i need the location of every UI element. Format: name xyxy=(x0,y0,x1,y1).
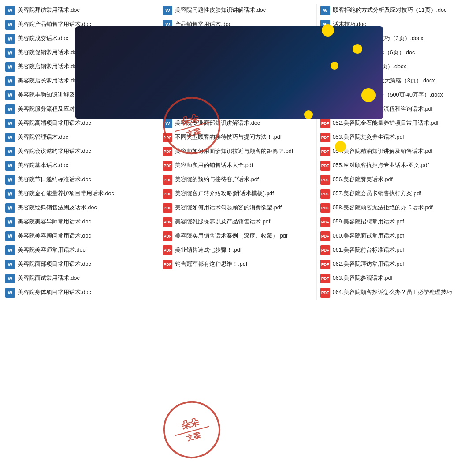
pdf-icon: PDF xyxy=(163,231,172,241)
file-name: 056.美容院赞美话术.pdf xyxy=(333,176,393,184)
list-item[interactable]: PDF美容院如何用话术勾起顾客的消费欲望.pdf xyxy=(159,201,316,215)
banner xyxy=(75,26,383,119)
file-name: 063.美容院参观话术.pdf xyxy=(333,275,393,283)
list-item[interactable]: PDF美容院的预约与接待客户话术.pdf xyxy=(159,173,316,187)
file-name: 058.美容院顾客无法拒绝的办卡话术.pdf xyxy=(333,204,433,212)
word-icon: W xyxy=(5,48,15,58)
list-item[interactable]: PDF销售冠军都有这种思维！.pdf xyxy=(159,257,316,271)
list-item[interactable]: PDF063.美容院参观话术.pdf xyxy=(317,271,474,286)
file-name: 美容院店长常用话术.doc xyxy=(18,77,80,85)
list-item[interactable]: W美容院拜访常用话术.doc xyxy=(2,4,159,18)
file-name: 美容院如何用话术勾起顾客的消费欲望.pdf xyxy=(175,204,282,212)
decorative-dot xyxy=(361,88,376,102)
list-item[interactable]: W美容院经典销售法则及话术.doc xyxy=(2,201,159,215)
file-name: 057.美容院会员卡销售执行方案.pdf xyxy=(333,190,421,198)
list-item[interactable]: W美容院美容导师常用话术.doc xyxy=(2,215,159,229)
list-item[interactable]: PDF059.美容院招聘常用话术.pdf xyxy=(317,215,474,229)
file-name: 美容院店销常用话术.doc xyxy=(18,63,80,71)
list-item[interactable]: PDF058.美容院顾客无法拒绝的办卡话术.pdf xyxy=(317,201,474,215)
word-icon: W xyxy=(5,288,15,298)
pdf-icon: PDF xyxy=(163,260,172,269)
word-icon: W xyxy=(5,119,15,128)
list-item[interactable]: PDF美业销售速成七步骤！.pdf xyxy=(159,243,316,257)
file-name: 052.美容院金石能量养护项目常用话术.pdf xyxy=(333,119,439,127)
word-icon: W xyxy=(163,6,172,15)
file-name: 053.美容院艾灸养生话术.pdf xyxy=(333,134,404,141)
pdf-icon: PDF xyxy=(320,119,330,128)
word-icon: W xyxy=(320,6,330,15)
word-icon: W xyxy=(5,90,15,100)
file-name: 059.美容院招聘常用话术.pdf xyxy=(333,218,404,226)
file-name: 061.美容院前台标准话术.pdf xyxy=(333,246,404,254)
list-item[interactable]: W美容院问题性皮肤知识讲解话术.doc xyxy=(159,4,316,18)
word-icon: W xyxy=(5,104,15,114)
decorative-dot xyxy=(304,110,313,119)
list-item[interactable]: PDF060.美容院面试常用话术.pdf xyxy=(317,229,474,243)
file-name: 顾客拒绝的方式分析及应对技巧（11页）.doc xyxy=(333,7,447,15)
file-name: 美容院实用销售话术案例（深度、收藏）.pdf xyxy=(175,232,287,240)
word-icon: W xyxy=(5,161,15,171)
file-name: 美容院成交话术.doc xyxy=(18,35,68,43)
pdf-icon: PDF xyxy=(320,245,330,255)
file-name: 062.美容院拜访常用话术.pdf xyxy=(333,260,404,268)
decorative-dot xyxy=(322,24,334,37)
pdf-icon: PDF xyxy=(320,189,330,199)
list-item[interactable]: PDF055.应对顾客抗拒点专业话术-图文.pdf xyxy=(317,159,474,173)
list-item[interactable]: W美容院面试常用话术.doc xyxy=(2,271,159,286)
list-item[interactable]: W美容院美容顾问常用话术.doc xyxy=(2,229,159,243)
list-item[interactable]: PDF057.美容院会员卡销售执行方案.pdf xyxy=(317,187,474,201)
list-item[interactable]: PDF056.美容院赞美话术.pdf xyxy=(317,173,474,187)
list-item[interactable]: PDF062.美容院拜访常用话术.pdf xyxy=(317,257,474,271)
pdf-icon: PDF xyxy=(163,175,172,185)
pdf-icon: PDF xyxy=(320,260,330,269)
pdf-icon: PDF xyxy=(320,133,330,142)
file-name: 054.美容院精油知识讲解及销售话术.pdf xyxy=(333,148,433,156)
list-item[interactable]: W美容院美容师常用话术.doc xyxy=(2,243,159,257)
word-icon: W xyxy=(5,62,15,72)
file-name: 美容院管理话术.doc xyxy=(18,134,68,141)
list-item[interactable]: W美容院面部项目常用话术.doc xyxy=(2,257,159,271)
file-name: 美容院客户转介绍攻略(附话术模板).pdf xyxy=(175,190,274,198)
list-item[interactable]: PDF美容院乳腺保养以及产品销售话术.pdf xyxy=(159,215,316,229)
file-name: 美容院会议邀约常用话术.doc xyxy=(18,148,91,156)
pdf-icon: PDF xyxy=(163,147,172,156)
list-item[interactable]: PDF064.美容院顾客投诉怎么办？员工必学处理技巧 xyxy=(317,286,474,300)
file-name: 美容院高端项目常用话术.doc xyxy=(18,119,91,127)
file-name: 060.美容院面试常用话术.pdf xyxy=(333,232,404,240)
word-icon: W xyxy=(5,147,15,156)
decorative-dot xyxy=(335,141,346,152)
pdf-icon: PDF xyxy=(163,245,172,255)
list-item[interactable]: W美容院管理话术.doc xyxy=(2,130,159,145)
pdf-icon: PDF xyxy=(320,288,330,298)
decorative-dot xyxy=(331,62,338,70)
list-item[interactable]: W美容院节日邀约标准话术.doc xyxy=(2,173,159,187)
file-name: 055.应对顾客抗拒点专业话术-图文.pdf xyxy=(333,162,429,170)
list-item[interactable]: W美容院会议邀约常用话术.doc xyxy=(2,145,159,159)
list-item[interactable]: PDF美容师实用的销售话术大全.pdf xyxy=(159,159,316,173)
word-icon: W xyxy=(5,20,15,30)
pdf-icon: PDF xyxy=(320,231,330,241)
file-name: 美容院美容顾问常用话术.doc xyxy=(18,232,91,240)
file-name: 美容院的预约与接待客户话术.pdf xyxy=(175,176,259,184)
file-name: 美容院身体项目常用话术.doc xyxy=(18,289,91,297)
watermark-stamp-2: 朵朵 文案 xyxy=(156,394,227,465)
file-name: 美容院美容师常用话术.doc xyxy=(18,246,86,254)
word-icon: W xyxy=(5,76,15,86)
word-icon: W xyxy=(5,231,15,241)
list-item[interactable]: PDF061.美容院前台标准话术.pdf xyxy=(317,243,474,257)
list-item[interactable]: W美容院金石能量养护项目常用话术.doc xyxy=(2,187,159,201)
list-item[interactable]: W顾客拒绝的方式分析及应对技巧（11页）.doc xyxy=(317,4,474,18)
word-icon: W xyxy=(5,133,15,142)
list-item[interactable]: PDF美容院实用销售话术案例（深度、收藏）.pdf xyxy=(159,229,316,243)
file-name: 美容院金石能量养护项目常用话术.doc xyxy=(18,190,114,198)
pdf-icon: PDF xyxy=(320,217,330,227)
list-item[interactable]: PDF美容院客户转介绍攻略(附话术模板).pdf xyxy=(159,187,316,201)
word-icon: W xyxy=(5,260,15,269)
list-item[interactable]: W美容院基本话术.doc xyxy=(2,159,159,173)
file-name: 美容院促销常用话术.doc xyxy=(18,49,80,57)
word-icon: W xyxy=(5,189,15,199)
pdf-icon: PDF xyxy=(163,161,172,171)
list-item[interactable]: W美容院身体项目常用话术.doc xyxy=(2,286,159,300)
file-name: 美容师实用的销售话术大全.pdf xyxy=(175,162,253,170)
pdf-icon: PDF xyxy=(320,161,330,171)
